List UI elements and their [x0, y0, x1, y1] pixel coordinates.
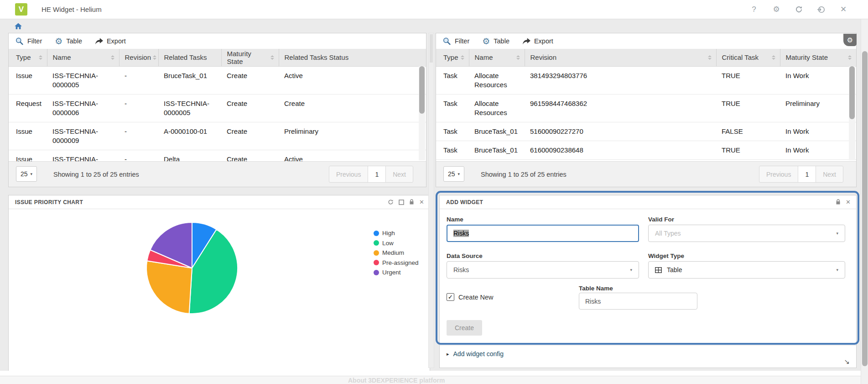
- table-scrollbar[interactable]: [849, 66, 855, 160]
- table-row[interactable]: RequestISS-TECHNIA-0000006-ISS-TECHNIA-0…: [9, 94, 426, 122]
- table-footer: 25▾ Showing 1 to 25 of 25 entries Previo…: [436, 161, 856, 187]
- column-header-maturity-state[interactable]: Maturity State: [221, 49, 279, 66]
- export-button[interactable]: Export: [522, 37, 553, 45]
- resize-handle-icon[interactable]: ↘: [844, 358, 850, 366]
- export-arrow-icon: [95, 38, 103, 45]
- column-header-name[interactable]: Name: [47, 49, 119, 66]
- filter-button[interactable]: Filter: [15, 37, 42, 46]
- legend-dot-icon: [374, 250, 379, 256]
- table-row[interactable]: IssueISS-TECHNIA-0000009-A-0000100-01Cre…: [9, 122, 426, 150]
- logo-letter: V: [19, 5, 24, 14]
- name-input[interactable]: Risks: [447, 225, 639, 242]
- next-page-button[interactable]: Next: [816, 166, 843, 183]
- issue-priority-chart-widget: ISSUE PRIORITY CHART ✕ HighLowMediumPre-…: [8, 195, 430, 373]
- widget-config-row: ▸ Add widget config: [440, 345, 856, 368]
- legend-item[interactable]: Medium: [374, 248, 419, 258]
- page-size-select[interactable]: 25▾: [16, 166, 37, 182]
- create-button[interactable]: Create: [447, 320, 482, 336]
- table-name-input[interactable]: [579, 293, 697, 310]
- sort-icon[interactable]: [153, 55, 156, 60]
- legend-item[interactable]: High: [374, 228, 419, 238]
- page-size-value: 25: [21, 170, 28, 178]
- sort-icon[interactable]: [772, 55, 775, 60]
- close-icon[interactable]: ✕: [419, 199, 424, 205]
- gear-icon: ⚙: [482, 37, 490, 46]
- help-icon[interactable]: ?: [749, 5, 759, 14]
- scrollbar-thumb[interactable]: [862, 51, 868, 366]
- refresh-icon[interactable]: [794, 5, 803, 14]
- legend-label: Medium: [382, 249, 404, 256]
- pagination: Previous 1 Next: [759, 166, 843, 183]
- table-settings-button[interactable]: ⚙Table: [55, 37, 82, 46]
- table-row[interactable]: TaskAllocate Resources381493294803776TRU…: [436, 66, 856, 94]
- export-button[interactable]: Export: [95, 37, 126, 45]
- signin-icon[interactable]: [816, 5, 826, 14]
- sort-icon[interactable]: [111, 55, 114, 60]
- scrollbar-thumb[interactable]: [849, 66, 855, 119]
- page-1-button[interactable]: 1: [368, 166, 386, 183]
- sort-icon[interactable]: [461, 55, 464, 60]
- export-label: Export: [107, 37, 126, 45]
- page-scrollbar[interactable]: [861, 19, 868, 384]
- valid-for-select[interactable]: All Types ▾: [648, 225, 845, 242]
- table-row[interactable]: TaskBruceTask_0161600090238648TRUEIn Wor…: [436, 141, 856, 159]
- column-header-type[interactable]: Type: [9, 49, 47, 66]
- pagination: Previous 1 Next: [329, 166, 413, 183]
- sort-icon[interactable]: [270, 55, 274, 60]
- chevron-down-icon: ▾: [31, 172, 33, 176]
- page-size-select[interactable]: 25▾: [443, 166, 464, 182]
- table-settings-button[interactable]: ⚙Table: [482, 37, 509, 46]
- legend-item[interactable]: Pre-assigned: [374, 258, 419, 268]
- widget-type-select[interactable]: Table ▾: [648, 261, 845, 279]
- scrollbar-thumb[interactable]: [430, 34, 433, 63]
- pie-slice-medium[interactable]: [146, 261, 192, 313]
- add-widget-config-expander[interactable]: ▸ Add widget config: [447, 350, 504, 358]
- home-icon[interactable]: [15, 23, 22, 32]
- table-name-label: Table Name: [579, 285, 613, 292]
- column-header-critical-task[interactable]: Critical Task: [716, 49, 780, 66]
- previous-page-button[interactable]: Previous: [329, 166, 368, 183]
- close-icon[interactable]: ✕: [839, 5, 848, 14]
- sort-icon[interactable]: [708, 55, 712, 60]
- lock-icon[interactable]: [409, 199, 414, 205]
- lock-icon[interactable]: [836, 199, 841, 205]
- page-1-button[interactable]: 1: [798, 166, 816, 183]
- legend-item[interactable]: Urgent: [374, 268, 419, 278]
- table-toolbar: Filter ⚙Table Export: [436, 33, 856, 49]
- table-row[interactable]: TaskBruceTask_0151600090227270FALSEIn Wo…: [436, 122, 856, 141]
- filter-button[interactable]: Filter: [442, 37, 469, 46]
- legend-item[interactable]: Low: [374, 238, 419, 248]
- app-title: HE Widget - Helium: [42, 5, 102, 13]
- sort-icon[interactable]: [848, 55, 852, 60]
- column-header-related-tasks-status[interactable]: Related Tasks Status: [279, 49, 426, 66]
- create-new-checkbox[interactable]: ✓: [447, 293, 454, 301]
- filter-label: Filter: [455, 37, 469, 45]
- data-source-select[interactable]: Risks ▾: [447, 261, 639, 279]
- column-header-related-tasks[interactable]: Related Tasks: [158, 49, 221, 66]
- column-header-revision[interactable]: Revision: [119, 49, 158, 66]
- tasks-table: TypeNameRevisionCritical TaskMaturity St…: [436, 49, 856, 179]
- table-row[interactable]: IssueISS-TECHNIA-0000005-BruceTask_01Cre…: [9, 66, 426, 94]
- table-label: Table: [494, 37, 509, 45]
- sort-icon[interactable]: [39, 55, 42, 60]
- column-header-name[interactable]: Name: [469, 49, 525, 66]
- close-icon[interactable]: ✕: [846, 199, 851, 205]
- refresh-icon[interactable]: [388, 199, 394, 205]
- table-row[interactable]: TaskAllocate Resources961598447468362TRU…: [436, 94, 856, 122]
- settings-icon[interactable]: ⚙: [772, 5, 781, 14]
- restore-icon[interactable]: [399, 200, 404, 205]
- next-page-button[interactable]: Next: [385, 166, 413, 183]
- widget-settings-tab[interactable]: ⚙: [843, 34, 857, 46]
- issues-table-widget: Filter ⚙Table Export TypeNameRevisionRel…: [8, 33, 426, 187]
- sort-icon[interactable]: [516, 55, 520, 60]
- column-header-maturity-state[interactable]: Maturity State: [780, 49, 856, 66]
- column-header-revision[interactable]: Revision: [525, 49, 716, 66]
- panel-scrollbar[interactable]: [428, 33, 434, 368]
- legend-dot-icon: [374, 231, 379, 236]
- previous-page-button[interactable]: Previous: [759, 166, 798, 183]
- widget-type-value: Table: [667, 266, 682, 274]
- table-scrollbar[interactable]: [419, 66, 425, 160]
- column-header-type[interactable]: Type: [436, 49, 469, 66]
- content-divider: [0, 371, 868, 376]
- scrollbar-thumb[interactable]: [419, 66, 425, 114]
